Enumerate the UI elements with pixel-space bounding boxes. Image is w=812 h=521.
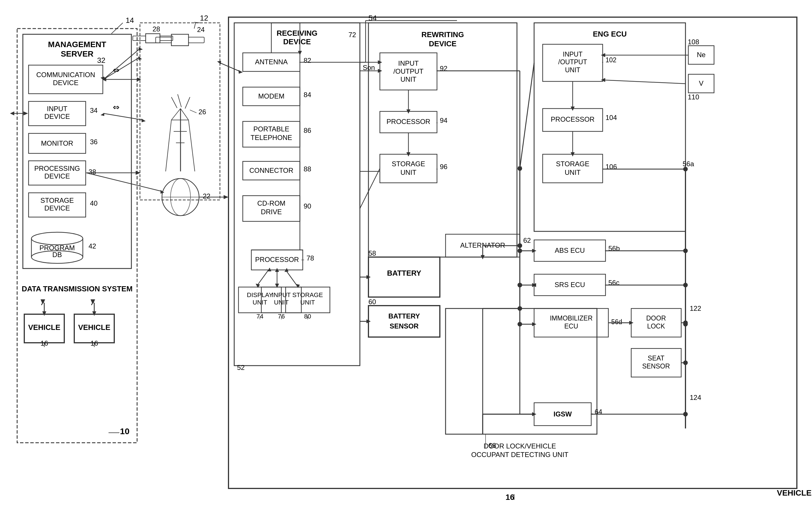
ref-88: 88 xyxy=(304,165,311,173)
ref-110: 110 xyxy=(688,93,699,101)
portable-telephone-label: PORTABLE xyxy=(253,125,289,133)
communication-device-label2: DEVICE xyxy=(53,79,78,87)
io-unit-eng-label3: UNIT xyxy=(565,66,580,74)
ref-124: 124 xyxy=(690,393,701,401)
connector-label: CONNECTOR xyxy=(249,166,293,174)
ref-102: 102 xyxy=(605,56,616,64)
ref-84: 84 xyxy=(304,91,311,98)
ref-72: 72 xyxy=(348,31,356,39)
ref-22: 22 xyxy=(203,192,210,200)
processor-eng-label: PROCESSOR xyxy=(551,115,594,123)
rewriting-device-label2: DEVICE xyxy=(429,40,457,48)
processing-device-label2: DEVICE xyxy=(44,172,70,180)
io-unit-eng-label2: /OUTPUT xyxy=(558,58,587,66)
ref-96: 96 xyxy=(440,163,447,171)
ref-94: 94 xyxy=(440,116,447,124)
ref-14: 14 xyxy=(126,16,134,25)
svg-point-188 xyxy=(517,306,522,311)
ref-28: 28 xyxy=(153,25,160,33)
storage-unit-eng-label2: UNIT xyxy=(565,168,581,176)
igsw-label: IGSW xyxy=(554,410,572,418)
modem-label: MODEM xyxy=(258,92,284,100)
ref-36: 36 xyxy=(90,138,98,146)
ref-108: 108 xyxy=(688,38,699,46)
ref-90: 90 xyxy=(304,202,311,210)
ref-32: 32 xyxy=(97,56,106,65)
display-unit-label2: UNIT xyxy=(253,299,267,306)
immobilizer-label2: ECU xyxy=(564,322,578,330)
seat-sensor-label2: SENSOR xyxy=(642,362,670,370)
svg-point-138 xyxy=(683,283,688,287)
ref-52: 52 xyxy=(237,364,245,371)
storage-device-label2: DEVICE xyxy=(44,204,70,212)
data-transmission-label: DATA TRANSMISSION SYSTEM xyxy=(22,285,133,293)
ref-54: 54 xyxy=(368,14,377,22)
svg-point-180 xyxy=(517,283,522,287)
storage-unit-rewriting-label2: UNIT xyxy=(400,168,416,176)
ref-62: 62 xyxy=(523,236,531,244)
main-diagram: MANAGEMENT SERVER 32 14 COMMUNICATION DE… xyxy=(0,0,812,521)
processing-device-label: PROCESSING xyxy=(34,164,80,172)
ref-66: 66 xyxy=(488,441,496,449)
battery-sensor-label2: SENSOR xyxy=(390,322,418,330)
vehicle-label-1: VEHICLE xyxy=(28,323,61,332)
battery-sensor-label: BATTERY xyxy=(389,312,420,320)
program-db-label2: DB xyxy=(52,251,62,258)
processor-receiving-label: PROCESSOR xyxy=(255,256,299,263)
eng-ecu-label: ENG ECU xyxy=(593,30,627,38)
arrow-symbol-2: ⇔ xyxy=(113,103,119,112)
storage-unit-rewriting-label: STORAGE xyxy=(392,160,425,168)
immobilizer-label: IMMOBILIZER xyxy=(550,315,593,322)
ref-24: 24 xyxy=(197,26,205,33)
door-lock-unit-label2: OCCUPANT DETECTING UNIT xyxy=(471,451,569,458)
arrow-symbol-1: ⇔ xyxy=(113,66,119,74)
son-label: Son xyxy=(363,64,375,71)
display-unit-label: DISPLAY xyxy=(247,291,273,298)
ref-104: 104 xyxy=(605,114,617,121)
storage-device-label: STORAGE xyxy=(41,197,74,204)
svg-point-146 xyxy=(683,361,688,365)
svg-point-143 xyxy=(683,320,688,325)
door-lock-label2: LOCK xyxy=(647,322,665,330)
ref-56a: 56a xyxy=(682,160,694,168)
ref-60: 60 xyxy=(368,298,376,305)
ref-58: 58 xyxy=(368,249,376,257)
program-db-label: PROGRAM xyxy=(40,244,75,252)
ref-12: 12 xyxy=(200,14,208,22)
cdrom-label: CD-ROM xyxy=(257,199,286,207)
battery-label: BATTERY xyxy=(387,269,421,277)
rewriting-device-label: REWRITING xyxy=(422,30,464,39)
antenna-label: ANTENNA xyxy=(255,58,288,66)
storage-unit-receiving-label: STORAGE xyxy=(292,291,323,298)
ref-40: 40 xyxy=(90,199,98,207)
svg-point-153 xyxy=(683,412,688,416)
ne-sensor-label: Ne xyxy=(697,51,706,59)
vehicle-main-label: VEHICLE xyxy=(777,489,811,497)
ref-78: 78 xyxy=(306,254,314,262)
ref-86: 86 xyxy=(304,127,311,134)
monitor-label: MONITOR xyxy=(41,139,73,147)
v-sensor-label: V xyxy=(699,80,703,87)
input-unit-label: INPUT xyxy=(272,291,291,298)
receiving-device-label2: DEVICE xyxy=(283,38,311,46)
processor-rewriting-label: PROCESSOR xyxy=(387,118,430,126)
storage-unit-eng-label: STORAGE xyxy=(556,160,589,168)
cdrom-label2: DRIVE xyxy=(261,208,282,216)
input-device-label2: DEVICE xyxy=(44,113,70,120)
io-unit-rewriting-label: INPUT xyxy=(398,60,419,67)
communication-device-label: COMMUNICATION xyxy=(36,71,95,78)
system-number: 10 xyxy=(120,427,130,436)
management-server-label2: SERVER xyxy=(61,49,94,58)
ref-34: 34 xyxy=(90,107,98,114)
storage-unit-receiving-label2: UNIT xyxy=(300,299,315,306)
ref-16-vehicle: 16 xyxy=(506,493,514,502)
io-unit-rewriting-label2: /OUTPUT xyxy=(393,67,423,75)
diagram-container: MANAGEMENT SERVER 32 14 COMMUNICATION DE… xyxy=(0,0,812,521)
ref-26: 26 xyxy=(199,108,206,116)
input-device-label: INPUT xyxy=(47,105,67,113)
io-unit-rewriting-label3: UNIT xyxy=(400,75,416,83)
portable-telephone-label2: TELEPHONE xyxy=(251,134,292,141)
ref-56d: 56d xyxy=(611,318,622,325)
srs-ecu-label: SRS ECU xyxy=(555,281,585,289)
io-unit-eng-label: INPUT xyxy=(563,50,583,58)
